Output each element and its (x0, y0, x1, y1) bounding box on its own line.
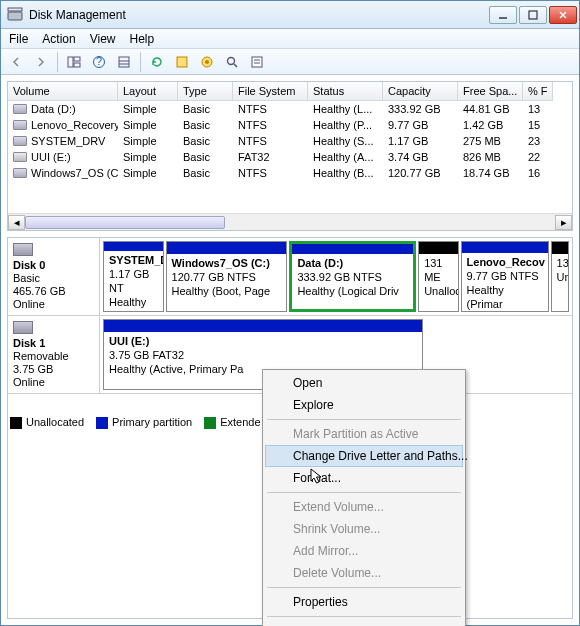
cell: NTFS (233, 165, 308, 181)
maximize-button[interactable] (519, 6, 547, 24)
part-size: 3.75 GB FAT32 (109, 349, 184, 361)
scroll-thumb[interactable] (25, 216, 225, 229)
disk-icon (13, 243, 33, 256)
part-name: UUI (E:) (109, 335, 149, 347)
partition[interactable]: Data (D:)333.92 GB NTFSHealthy (Logical … (289, 241, 416, 312)
col-capacity[interactable]: Capacity (383, 82, 458, 101)
col-volume[interactable]: Volume (8, 82, 118, 101)
col-status[interactable]: Status (308, 82, 383, 101)
ctx-mirror: Add Mirror... (265, 540, 463, 562)
titlebar[interactable]: Disk Management (1, 1, 579, 29)
settings-icon[interactable] (171, 51, 193, 73)
cell: 826 MB (458, 149, 523, 165)
cell: Healthy (A... (308, 149, 383, 165)
volume-icon (13, 136, 27, 146)
svg-rect-0 (8, 12, 22, 20)
partition[interactable]: Lenovo_Recov9.77 GB NTFSHealthy (Primar (461, 241, 549, 312)
menu-help[interactable]: Help (130, 32, 155, 46)
scroll-right-button[interactable]: ▸ (555, 215, 572, 230)
cell: Simple (118, 165, 178, 181)
disk0-state: Online (13, 298, 94, 310)
ctx-properties[interactable]: Properties (265, 591, 463, 613)
svg-point-16 (205, 60, 209, 64)
cell: Basic (178, 149, 233, 165)
disk1-size: 3.75 GB (13, 363, 94, 375)
disk1-title: Disk 1 (13, 337, 94, 349)
ctx-help[interactable]: Help (265, 620, 463, 626)
ctx-extend: Extend Volume... (265, 496, 463, 518)
menu-view[interactable]: View (90, 32, 116, 46)
props-icon[interactable] (246, 51, 268, 73)
cell: 44.81 GB (458, 101, 523, 117)
h-scrollbar[interactable]: ◂ ▸ (8, 213, 572, 230)
cell: Basic (178, 165, 233, 181)
volume-icon (13, 120, 27, 130)
cell: 120.77 GB (383, 165, 458, 181)
part-status: Healthy (Active, Primary Pa (109, 363, 243, 375)
app-icon (7, 7, 23, 23)
minimize-button[interactable] (489, 6, 517, 24)
svg-rect-1 (8, 8, 22, 11)
help-button[interactable]: ? (88, 51, 110, 73)
partition[interactable]: SYSTEM_D1.17 GB NTHealthy (Sy (103, 241, 164, 312)
refresh-button[interactable] (146, 51, 168, 73)
volume-row[interactable]: UUI (E:)SimpleBasicFAT32Healthy (A...3.7… (8, 149, 572, 165)
cell: Healthy (B... (308, 165, 383, 181)
svg-rect-7 (74, 57, 80, 61)
back-button[interactable] (5, 51, 27, 73)
col-layout[interactable]: Layout (118, 82, 178, 101)
volume-icon (13, 104, 27, 114)
ctx-change-letter[interactable]: Change Drive Letter and Paths... (265, 445, 463, 467)
svg-point-17 (228, 57, 235, 64)
disk0-size: 465.76 GB (13, 285, 94, 297)
cell: Basic (178, 117, 233, 133)
list-button[interactable] (113, 51, 135, 73)
cell: 18.74 GB (458, 165, 523, 181)
ctx-open[interactable]: Open (265, 372, 463, 394)
legend-unalloc: Unallocated (26, 416, 84, 428)
close-button[interactable] (549, 6, 577, 24)
scroll-left-button[interactable]: ◂ (8, 215, 25, 230)
cell: 13 (523, 101, 553, 117)
cell: FAT32 (233, 149, 308, 165)
disk0-label[interactable]: Disk 0 Basic 465.76 GB Online (8, 238, 100, 315)
volume-row[interactable]: Data (D:)SimpleBasicNTFSHealthy (L...333… (8, 101, 572, 117)
ctx-shrink: Shrink Volume... (265, 518, 463, 540)
cell: Simple (118, 133, 178, 149)
col-filesystem[interactable]: File System (233, 82, 308, 101)
cell: 22 (523, 149, 553, 165)
svg-rect-14 (177, 57, 187, 67)
search-icon[interactable] (221, 51, 243, 73)
ctx-explore[interactable]: Explore (265, 394, 463, 416)
menu-file[interactable]: File (9, 32, 28, 46)
disk0-kind: Basic (13, 272, 94, 284)
menubar: File Action View Help (1, 29, 579, 49)
col-pct[interactable]: % F (523, 82, 553, 101)
partition[interactable]: 131 MEUnalloc (418, 241, 458, 312)
cell: 1.42 GB (458, 117, 523, 133)
cell: Basic (178, 101, 233, 117)
cell: 333.92 GB (383, 101, 458, 117)
forward-button[interactable] (30, 51, 52, 73)
layout-button[interactable] (63, 51, 85, 73)
disk1-label[interactable]: Disk 1 Removable 3.75 GB Online (8, 316, 100, 393)
volume-row[interactable]: Windows7_OS (C:)SimpleBasicNTFSHealthy (… (8, 165, 572, 181)
volume-row[interactable]: SYSTEM_DRVSimpleBasicNTFSHealthy (S...1.… (8, 133, 572, 149)
disk-icon (13, 321, 33, 334)
svg-rect-11 (119, 57, 129, 67)
partition[interactable]: Windows7_OS (C:)120.77 GB NTFSHealthy (B… (166, 241, 288, 312)
svg-rect-6 (68, 57, 73, 67)
volume-row[interactable]: Lenovo_Recovery ...SimpleBasicNTFSHealth… (8, 117, 572, 133)
ctx-format[interactable]: Format... (265, 467, 463, 489)
volume-name: UUI (E:) (31, 151, 71, 163)
cell: Simple (118, 117, 178, 133)
partition[interactable]: 13Un (551, 241, 569, 312)
col-free[interactable]: Free Spa... (458, 82, 523, 101)
cell: Healthy (S... (308, 133, 383, 149)
menu-action[interactable]: Action (42, 32, 75, 46)
col-type[interactable]: Type (178, 82, 233, 101)
action-icon[interactable] (196, 51, 218, 73)
disk1-kind: Removable (13, 350, 94, 362)
disk1-state: Online (13, 376, 94, 388)
cell: Simple (118, 149, 178, 165)
